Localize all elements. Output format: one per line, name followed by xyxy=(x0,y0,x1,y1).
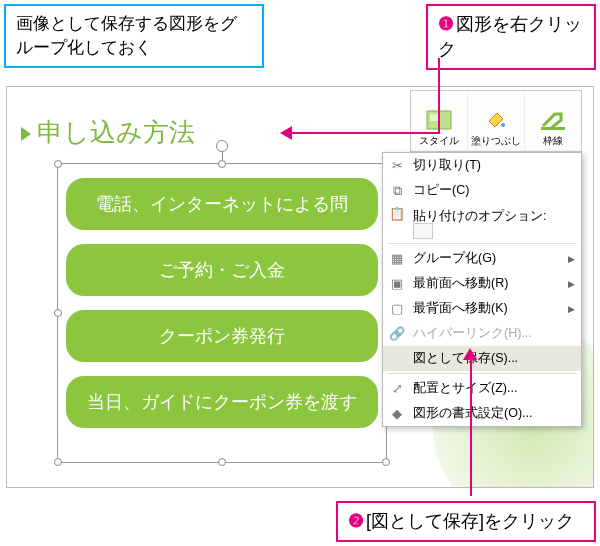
menu-send-back[interactable]: ▢ 最背面へ移動(K) ▶ xyxy=(383,296,581,321)
copy-icon: ⧉ xyxy=(388,182,406,200)
outline-label: 枠線 xyxy=(543,134,563,148)
send-back-icon: ▢ xyxy=(388,300,406,318)
svg-rect-3 xyxy=(541,127,565,130)
annotation-arrow xyxy=(290,132,440,134)
style-label: スタイル xyxy=(419,134,459,148)
callout-step-1: ❶図形を右クリック xyxy=(426,4,596,70)
shape-item[interactable]: 当日、ガイドにクーポン券を渡す xyxy=(66,376,378,428)
shape-text: 当日、ガイドにクーポン券を渡す xyxy=(87,390,357,414)
fill-icon xyxy=(482,106,510,134)
menu-label: 図形の書式設定(O)... xyxy=(413,405,532,422)
title-bullet-icon xyxy=(21,127,31,141)
instruction-text: 画像として保存する図形をグループ化しておく xyxy=(16,14,237,57)
menu-format-shape[interactable]: ◆ 図形の書式設定(O)... xyxy=(383,401,581,426)
annotation-arrowhead-icon xyxy=(280,126,292,140)
rotation-handle[interactable] xyxy=(216,140,228,152)
slide-title-text: 申し込み方法 xyxy=(37,117,195,147)
callout-number: ❶ xyxy=(438,12,454,37)
menu-group[interactable]: ▦ グループ化(G) ▶ xyxy=(383,246,581,271)
menu-separator xyxy=(387,373,577,374)
shape-item[interactable]: 電話、インターネットによる問 xyxy=(66,178,378,230)
selection-handle[interactable] xyxy=(54,458,62,466)
callout-step-2: ❷[図として保存]をクリック xyxy=(336,501,596,542)
group-icon: ▦ xyxy=(388,250,406,268)
size-position-icon: ⤢ xyxy=(388,380,406,398)
menu-label: 配置とサイズ(Z)... xyxy=(413,380,517,397)
shape-text: ご予約・ご入金 xyxy=(159,258,285,282)
grouped-shapes-selection[interactable]: 電話、インターネットによる問 ご予約・ご入金 クーポン券発行 当日、ガイドにクー… xyxy=(57,163,387,463)
selection-handle[interactable] xyxy=(54,160,62,168)
selection-handle[interactable] xyxy=(54,309,62,317)
shape-item[interactable]: クーポン券発行 xyxy=(66,310,378,362)
fill-button[interactable]: 塗りつぶし xyxy=(468,91,525,151)
fill-label: 塗りつぶし xyxy=(471,134,521,148)
submenu-arrow-icon: ▶ xyxy=(568,304,575,314)
svg-point-2 xyxy=(501,123,505,127)
menu-cut[interactable]: ✂ 切り取り(T) xyxy=(383,153,581,178)
callout-text: 図形を右クリック xyxy=(438,14,582,59)
menu-label: 切り取り(T) xyxy=(413,157,481,174)
menu-hyperlink: 🔗 ハイパーリンク(H)... xyxy=(383,321,581,346)
instruction-note: 画像として保存する図形をグループ化しておく xyxy=(4,4,264,68)
submenu-arrow-icon: ▶ xyxy=(568,279,575,289)
shape-item[interactable]: ご予約・ご入金 xyxy=(66,244,378,296)
slide-title: 申し込み方法 xyxy=(21,115,195,150)
menu-paste-options[interactable]: 📋 貼り付けのオプション: xyxy=(383,203,581,241)
cut-icon: ✂ xyxy=(388,157,406,175)
callout-text: [図として保存]をクリック xyxy=(366,511,574,531)
format-shape-icon: ◆ xyxy=(388,405,406,423)
selection-handle[interactable] xyxy=(382,458,390,466)
menu-label: ハイパーリンク(H)... xyxy=(413,325,532,342)
menu-separator xyxy=(387,243,577,244)
annotation-arrow xyxy=(470,356,472,496)
callout-number: ❷ xyxy=(348,509,364,534)
menu-size-position[interactable]: ⤢ 配置とサイズ(Z)... xyxy=(383,376,581,401)
menu-save-as-picture[interactable]: 図として保存(S)... xyxy=(383,346,581,371)
menu-label: コピー(C) xyxy=(413,182,469,199)
menu-label: 最前面へ移動(R) xyxy=(413,275,508,292)
paste-icon: 📋 xyxy=(388,204,406,222)
annotation-arrowhead-icon xyxy=(463,348,477,360)
shape-text: 電話、インターネットによる問 xyxy=(96,192,348,216)
shape-text: クーポン券発行 xyxy=(159,324,285,348)
menu-label: グループ化(G) xyxy=(413,250,496,267)
annotation-arrow xyxy=(438,58,440,134)
selection-handle[interactable] xyxy=(218,458,226,466)
outline-icon xyxy=(539,106,567,134)
submenu-arrow-icon: ▶ xyxy=(568,254,575,264)
paste-option-icon[interactable] xyxy=(413,223,433,239)
selection-handle[interactable] xyxy=(218,160,226,168)
menu-label: 最背面へ移動(K) xyxy=(413,300,508,317)
menu-copy[interactable]: ⧉ コピー(C) xyxy=(383,178,581,203)
menu-label: 貼り付けのオプション: xyxy=(413,208,546,225)
context-menu: ✂ 切り取り(T) ⧉ コピー(C) 📋 貼り付けのオプション: ▦ グループ化… xyxy=(382,152,582,427)
outline-button[interactable]: 枠線 xyxy=(525,91,581,151)
bring-front-icon: ▣ xyxy=(388,275,406,293)
mini-toolbar: スタイル 塗りつぶし 枠線 xyxy=(410,90,582,152)
hyperlink-icon: 🔗 xyxy=(388,325,406,343)
menu-bring-front[interactable]: ▣ 最前面へ移動(R) ▶ xyxy=(383,271,581,296)
